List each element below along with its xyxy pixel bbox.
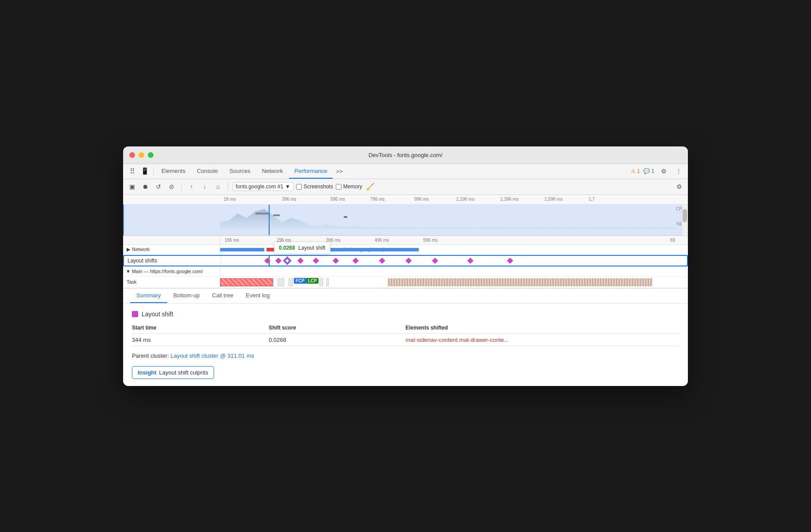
tab-performance[interactable]: Performance <box>289 164 332 179</box>
layout-shifts-track: Layout shifts 0.0268 <box>123 255 688 266</box>
task-content[interactable]: FCP LCP <box>220 277 688 288</box>
task-row: Task FCP LCP <box>123 277 688 288</box>
tick-17: 1,7 <box>589 197 595 202</box>
layout-shifts-text: Layout shifts <box>128 258 157 264</box>
short-task-4 <box>326 278 329 286</box>
download-icon[interactable]: ↓ <box>199 181 210 192</box>
parent-cluster-link[interactable]: Layout shift cluster @ 311.01 ms <box>170 352 254 359</box>
info-icon: 💬 <box>643 168 650 174</box>
long-task <box>220 278 273 286</box>
network-label: Network <box>132 247 150 252</box>
lcp-badge: LCP <box>306 278 319 284</box>
maximize-button[interactable] <box>148 152 154 158</box>
panel-content: Layout shift Start time Shift score Elem… <box>123 303 688 386</box>
diamond-7[interactable] <box>353 257 359 263</box>
main-track-content[interactable] <box>220 267 688 276</box>
home-icon[interactable]: ⌂ <box>213 181 223 192</box>
warning-badge[interactable]: ⚠ 1 <box>631 168 640 174</box>
tick-1396ms: 1,396 ms <box>500 197 518 202</box>
memory-checkbox[interactable] <box>336 184 342 190</box>
tab-elements[interactable]: Elements <box>156 164 191 179</box>
triangle-icon: ▶ <box>127 247 130 252</box>
cleanup-icon[interactable]: 🧹 <box>365 181 375 192</box>
event-color-swatch <box>132 311 138 317</box>
tick-596ms: 596 ms <box>330 197 345 202</box>
task-label: Task <box>123 277 220 288</box>
window-controls <box>129 152 154 158</box>
short-task-3 <box>319 278 323 286</box>
short-task-2 <box>289 278 293 286</box>
diamond-11[interactable] <box>467 257 473 263</box>
diamond-10[interactable] <box>432 257 438 263</box>
layout-shift-tooltip: 0.0268 Layout shift <box>274 242 330 254</box>
more-menu-icon[interactable]: ⋮ <box>673 165 684 177</box>
task-text: Task <box>127 279 137 285</box>
col-elements-shifted: Elements shifted <box>406 325 679 331</box>
upload-icon[interactable]: ↑ <box>186 181 197 192</box>
clear-icon[interactable]: ⊘ <box>166 181 177 192</box>
col-start-time: Start time <box>132 325 269 331</box>
tab-event-log[interactable]: Event log <box>240 288 276 303</box>
record-icon[interactable]: ⏺ <box>140 181 150 192</box>
event-header: Layout shift <box>132 311 679 318</box>
reload-icon[interactable]: ↺ <box>153 181 164 192</box>
tab-sources[interactable]: Sources <box>224 164 256 179</box>
diamond-selected[interactable] <box>284 257 290 263</box>
insight-button[interactable]: Insight Layout shift culprits <box>132 366 214 379</box>
insight-text: Layout shift culprits <box>159 369 208 376</box>
timeline-ruler-bottom: 196 ms 296 ms 396 ms 496 ms 596 ms 69 <box>123 236 688 245</box>
event-title: Layout shift <box>142 311 173 318</box>
tab-bar: ⠿ 📱 Elements Console Sources Network Per… <box>123 164 688 179</box>
diamond-6[interactable] <box>333 257 339 263</box>
parent-cluster-label: Parent cluster: <box>132 352 169 359</box>
device-toolbar-icon[interactable]: 📱 <box>139 165 150 177</box>
diamond-9[interactable] <box>406 257 412 263</box>
minimize-button[interactable] <box>139 152 144 158</box>
tab-network[interactable]: Network <box>257 164 289 179</box>
diamond-5[interactable] <box>313 257 319 263</box>
diamond-12[interactable] <box>507 257 513 263</box>
screenshots-checkbox[interactable] <box>296 184 302 190</box>
info-count: 1 <box>651 168 654 174</box>
tick-19ms: 19 ms <box>224 197 236 202</box>
scrollbar-thumb[interactable] <box>683 209 687 222</box>
data-table: Start time Shift score Elements shifted … <box>132 325 679 346</box>
tab-bottom-up[interactable]: Bottom-up <box>167 288 206 303</box>
titlebar: DevTools - fonts.google.com/ <box>123 146 688 164</box>
devtools-icon[interactable]: ⠿ <box>127 165 138 177</box>
diamond-8[interactable] <box>379 257 385 263</box>
sep2 <box>181 183 182 191</box>
main-track-row: ▼ Main — https://fonts.google.com/ <box>123 267 688 277</box>
settings-icon[interactable]: ⚙ <box>658 165 669 177</box>
info-badge[interactable]: 💬 1 <box>643 168 654 174</box>
separator <box>153 167 154 175</box>
toolbar-right: ⚙ <box>674 181 684 192</box>
main-track-label: ▼ Main — https://fonts.google.com/ <box>123 267 220 276</box>
table-header: Start time Shift score Elements shifted <box>132 325 679 334</box>
screenshots-label: Screenshots <box>304 184 333 190</box>
url-selector[interactable]: fonts.google.com #1 ▼ <box>233 182 293 191</box>
close-button[interactable] <box>129 152 135 158</box>
tab-console[interactable]: Console <box>191 164 223 179</box>
more-tabs[interactable]: >> <box>334 168 345 175</box>
val-elements-shifted[interactable]: mat-sidenav-content.mat-drawer-conte... <box>406 337 679 343</box>
tab-summary[interactable]: Summary <box>130 288 167 303</box>
gear-icon[interactable]: ⚙ <box>674 181 684 192</box>
layout-shifts-content[interactable]: 0.0268 Layout shift <box>221 256 687 266</box>
timeline-overview[interactable]: CPU NET <box>123 205 688 236</box>
network-track-row: ▶ Network Lar Fan l... fonts.google.com) <box>123 245 688 255</box>
url-label: fonts.google.com #1 <box>236 184 283 190</box>
playhead <box>269 205 270 235</box>
net-bar-5 <box>330 248 419 251</box>
tooltip-score: 0.0268 <box>279 245 295 251</box>
warning-icon: ⚠ <box>631 168 636 174</box>
diamond-4[interactable] <box>297 257 304 263</box>
timeline-scrollbar[interactable] <box>682 205 688 236</box>
devtools-window: DevTools - fonts.google.com/ ⠿ 📱 Element… <box>123 146 688 386</box>
selection-overlay <box>123 205 688 235</box>
diamond-2[interactable] <box>275 257 282 263</box>
tab-call-tree[interactable]: Call tree <box>206 288 240 303</box>
fcp-badge: FCP <box>294 278 306 284</box>
sidebar-toggle-icon[interactable]: ▣ <box>127 181 137 192</box>
tooltip-label: Layout shift <box>298 245 325 251</box>
